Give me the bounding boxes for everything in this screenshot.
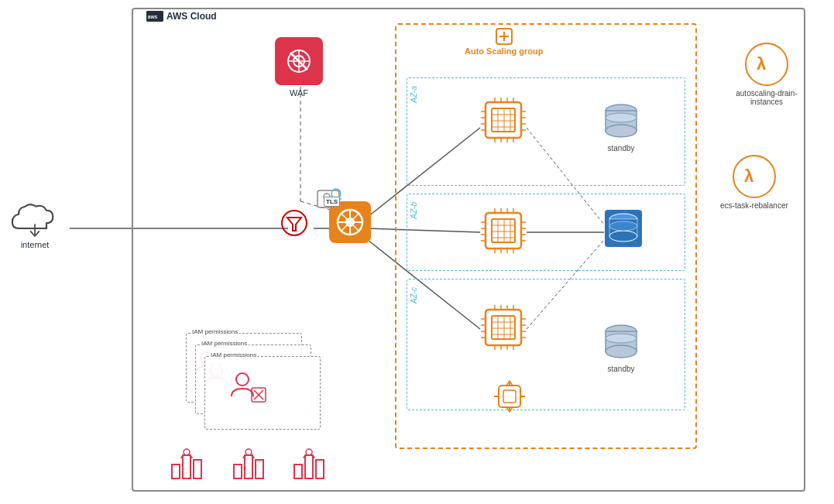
svg-rect-37	[492, 108, 515, 132]
ecs-chip-az-b	[478, 205, 529, 259]
svg-rect-141	[499, 386, 520, 407]
lambda2-label: ecs-task-rebalancer	[720, 201, 788, 210]
alb-icon-container	[329, 201, 371, 246]
internet-icon-container: internet	[8, 201, 62, 249]
auto-scaling-icon	[496, 28, 513, 45]
bar-chart-3-icon	[293, 447, 333, 482]
db-az-c-container: standby	[600, 321, 642, 373]
lambda1-label: autoscaling-drain-instances	[720, 89, 813, 106]
svg-text:λ: λ	[757, 54, 766, 74]
bar-chart-3	[293, 447, 333, 485]
svg-rect-139	[316, 460, 324, 478]
svg-rect-138	[305, 455, 313, 478]
lambda2-icon: λ	[733, 155, 776, 198]
db-az-a-label: standby	[607, 144, 634, 153]
az-a-label: AZ-a	[410, 86, 418, 103]
svg-rect-61	[492, 219, 515, 242]
svg-rect-85	[492, 316, 515, 339]
aws-logo-icon: aws	[146, 11, 163, 22]
ecs-chip-az-c	[478, 302, 529, 356]
svg-point-136	[245, 449, 252, 455]
svg-point-132	[184, 449, 190, 455]
ecs-chip-az-c-icon	[478, 302, 529, 353]
iam-label-3: IAM permissions	[209, 351, 258, 358]
lambda1-svg: λ	[755, 53, 778, 76]
waf-svg-icon	[284, 46, 314, 76]
svg-rect-137	[294, 465, 302, 478]
auto-scaling-text: Auto Scaling group	[465, 46, 543, 56]
bar-chart-2-icon	[232, 447, 273, 482]
bar-chart-1-icon	[170, 447, 211, 482]
bar-chart-2	[232, 447, 273, 485]
internet-cloud-icon	[8, 201, 62, 240]
db-az-c-icon	[600, 321, 642, 363]
ecs-chip-az-b-icon	[478, 205, 529, 256]
aws-canvas: aws AWS Cloud internet WAF	[0, 0, 834, 504]
scroll-svg-icon	[493, 379, 527, 413]
svg-text:λ: λ	[744, 166, 753, 186]
db-az-b-container	[600, 205, 647, 252]
svg-point-140	[306, 449, 312, 455]
svg-text:aws: aws	[148, 14, 158, 19]
waf-box	[275, 37, 323, 85]
svg-point-119	[606, 345, 637, 358]
db-az-c-label: standby	[607, 365, 634, 373]
svg-rect-131	[194, 460, 201, 478]
svg-marker-25	[287, 218, 301, 231]
az-a-box: AZ-a	[407, 77, 685, 186]
ecs-chip-az-a	[478, 94, 529, 149]
iam-role-x-icon	[228, 369, 267, 407]
iam-box-3: IAM permissions	[204, 356, 321, 430]
svg-rect-146	[503, 390, 516, 403]
svg-point-125	[236, 373, 249, 386]
db-az-b-icon	[600, 205, 647, 252]
svg-rect-135	[256, 460, 263, 478]
tls-badge: TLS	[324, 197, 340, 207]
waf-label: WAF	[290, 88, 308, 98]
auto-scaling-label-container: Auto Scaling group	[465, 28, 543, 56]
lambda2-container: λ ecs-task-rebalancer	[720, 155, 788, 210]
iam-label-1: IAM permissions	[190, 328, 239, 335]
alb-svg-icon	[329, 201, 371, 243]
svg-point-111	[606, 113, 637, 122]
internet-label: internet	[21, 240, 50, 249]
svg-point-110	[606, 125, 637, 137]
svg-rect-130	[183, 455, 190, 478]
svg-point-24	[282, 211, 307, 235]
svg-rect-133	[234, 465, 242, 478]
az-b-label: AZ-b	[410, 202, 418, 219]
az-c-box: AZ-c	[407, 279, 685, 410]
svg-point-116	[609, 221, 637, 231]
svg-rect-36	[486, 102, 521, 138]
bar-chart-1	[170, 447, 211, 485]
aws-cloud-label: aws AWS Cloud	[143, 11, 220, 22]
aws-cloud-text: AWS Cloud	[166, 11, 217, 22]
svg-rect-134	[245, 455, 252, 478]
svg-rect-60	[486, 213, 521, 249]
db-az-a-container: standby	[600, 101, 642, 153]
waf-icon-container: WAF	[275, 37, 323, 98]
svg-point-115	[609, 231, 637, 242]
iam-label-2: IAM permissions	[200, 340, 249, 347]
svg-rect-129	[172, 465, 180, 478]
svg-point-120	[606, 334, 637, 343]
lambda1-icon: λ	[745, 43, 788, 86]
ecs-chip-az-a-icon	[478, 94, 529, 146]
filter-svg-icon	[280, 209, 308, 237]
lambda2-svg: λ	[743, 165, 766, 188]
scroll-icon-container	[493, 379, 527, 417]
filter-icon-container	[280, 209, 308, 240]
az-c-label: AZ-c	[410, 287, 418, 303]
svg-rect-84	[486, 310, 521, 345]
db-az-a-icon	[600, 101, 642, 142]
lambda1-container: λ autoscaling-drain-instances	[720, 43, 813, 106]
